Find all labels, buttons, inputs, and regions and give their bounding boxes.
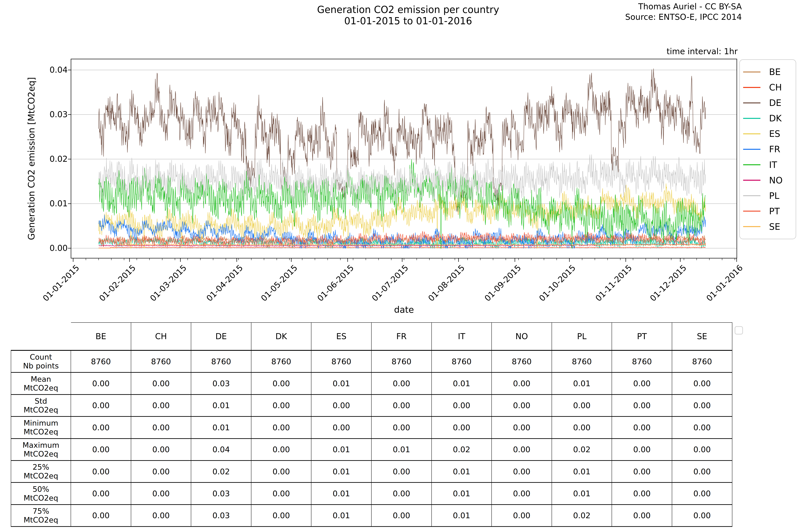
table-value-cell: 0.01 [432, 461, 492, 483]
legend-line-swatch [743, 195, 760, 196]
table-value-cell: 0.00 [612, 373, 672, 395]
table-row-label-line1: Std [24, 397, 58, 405]
x-tick-label: 01-05-2015 [259, 263, 299, 303]
table-value-cell: 0.00 [492, 373, 552, 395]
table-value-cell: 0.00 [612, 483, 672, 505]
table-value-cell: 0.00 [372, 505, 432, 527]
table-value-cell: 0.00 [71, 417, 131, 439]
figure-page: Generation CO2 emission per country 01-0… [0, 0, 798, 532]
table-value-cell: 8760 [552, 351, 612, 373]
table-col-header-PL: PL [552, 322, 612, 351]
table-value-cell: 8760 [251, 351, 311, 373]
legend-item: CH [740, 82, 796, 92]
table-value-cell: 8760 [131, 351, 191, 373]
table-value-cell: 0.00 [131, 461, 191, 483]
table-row-label-line2: MtCO2eq [24, 494, 58, 502]
table-row-label-line2: MtCO2eq [24, 383, 58, 392]
table-value-cell: 0.00 [372, 417, 432, 439]
table-col-header-CH: CH [131, 322, 191, 351]
x-tick-label: 01-10-2015 [537, 263, 577, 303]
table-value-cell: 0.00 [612, 439, 672, 461]
table-value-cell: 0.01 [311, 505, 372, 527]
table-value-cell: 0.00 [372, 373, 432, 395]
legend-item: ES [740, 129, 796, 139]
legend-line-swatch [743, 149, 760, 150]
series-line-BE [99, 234, 706, 245]
legend-line-swatch [743, 102, 760, 103]
legend-line-swatch [743, 118, 760, 119]
table-value-cell: 8760 [372, 351, 432, 373]
x-tick-label: 01-07-2015 [370, 263, 410, 303]
legend-label: NO [769, 175, 782, 185]
x-tick-label: 01-09-2015 [483, 263, 523, 303]
table-value-cell: 0.01 [432, 505, 492, 527]
legend-line-swatch [743, 133, 760, 134]
series-lines [99, 69, 706, 248]
empty-checkbox[interactable] [735, 326, 743, 335]
attribution: Thomas Auriel - CC BY-SA Source: ENTSO-E… [625, 1, 742, 22]
table-value-cell: 8760 [311, 351, 372, 373]
legend-label: FR [769, 144, 780, 154]
table-value-cell: 0.00 [372, 461, 432, 483]
table-value-cell: 0.02 [191, 461, 251, 483]
table-value-cell: 8760 [672, 351, 732, 373]
table-row-label-line1: 75% [24, 507, 58, 515]
legend-item: NO [740, 175, 796, 185]
attribution-source: Source: ENTSO-E, IPCC 2014 [625, 12, 742, 22]
legend-line-swatch [743, 211, 760, 212]
table-value-cell: 0.00 [71, 373, 131, 395]
table-value-cell: 0.01 [311, 373, 372, 395]
legend-label: CH [769, 82, 782, 92]
legend-item: DE [740, 98, 796, 108]
legend-item: BE [740, 67, 796, 77]
legend-item: PL [740, 191, 796, 201]
table-value-cell: 0.00 [612, 395, 672, 417]
table-row-label-line2: Nb points [23, 361, 59, 370]
series-line-IT [99, 159, 706, 248]
table-col-header-SE: SE [672, 322, 732, 351]
series-line-ES [99, 184, 706, 248]
table-row-label-line1: 50% [24, 485, 58, 494]
y-tick-label: 0.03 [24, 109, 68, 120]
table-col-header-DE: DE [191, 322, 251, 351]
table-value-cell: 0.00 [492, 395, 552, 417]
table-col-header-PT: PT [612, 322, 672, 351]
table-col-header-BE: BE [71, 322, 131, 351]
series-line-FR [99, 215, 706, 248]
table-row-label-line2: MtCO2eq [22, 450, 59, 458]
chart-title-line1: Generation CO2 emission per country [209, 4, 608, 15]
legend-line-swatch [743, 180, 760, 181]
table-value-cell: 0.00 [71, 461, 131, 483]
table-value-cell: 0.00 [311, 395, 372, 417]
legend-label: PL [769, 191, 779, 201]
x-tick-label: 01-01-2016 [705, 263, 745, 303]
table-value-cell: 0.00 [552, 395, 612, 417]
stats-table: BECHDEDKESFRITNOPLPTSECountNb points8760… [11, 322, 732, 527]
legend-label: DE [769, 98, 781, 108]
table-value-cell: 0.02 [552, 439, 612, 461]
table-row-label: CountNb points [11, 351, 71, 373]
legend-label: SE [769, 222, 780, 232]
table-row-label: MinimumMtCO2eq [11, 417, 71, 439]
legend-line-swatch [743, 72, 760, 73]
series-line-DK [99, 235, 706, 248]
legend-item: SE [740, 222, 796, 232]
legend-item: IT [740, 160, 796, 170]
table-value-cell: 0.00 [131, 439, 191, 461]
table-value-cell: 0.00 [311, 417, 372, 439]
x-tick-label: 01-08-2015 [426, 263, 467, 303]
table-value-cell: 0.03 [191, 373, 251, 395]
y-tick-label: 0.00 [24, 243, 68, 253]
x-tick-label: 01-04-2015 [205, 263, 245, 303]
table-value-cell: 0.00 [251, 461, 311, 483]
table-value-cell: 0.00 [251, 439, 311, 461]
x-tick-label: 01-11-2015 [594, 263, 634, 303]
table-row-label: 75%MtCO2eq [11, 505, 71, 527]
table-row-label-line1: Mean [24, 375, 58, 383]
table-value-cell: 0.00 [432, 395, 492, 417]
x-tick-label: 01-02-2015 [97, 263, 138, 303]
table-value-cell: 0.00 [492, 505, 552, 527]
table-col-header-IT: IT [432, 322, 492, 351]
table-value-cell: 0.01 [191, 417, 251, 439]
table-value-cell: 0.00 [672, 395, 732, 417]
